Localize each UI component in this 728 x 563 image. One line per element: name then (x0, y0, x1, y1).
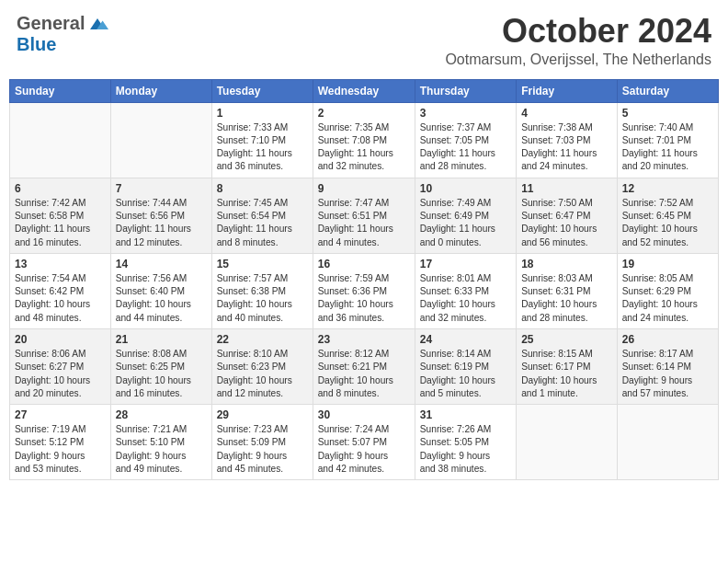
calendar-day-cell: 21Sunrise: 8:08 AM Sunset: 6:25 PM Dayli… (110, 328, 211, 404)
calendar-day-cell (617, 405, 718, 480)
calendar-day-cell: 20Sunrise: 8:06 AM Sunset: 6:27 PM Dayli… (10, 328, 111, 404)
calendar-week-row: 13Sunrise: 7:54 AM Sunset: 6:42 PM Dayli… (10, 253, 719, 328)
day-number: 1 (217, 107, 308, 120)
day-number: 18 (521, 258, 612, 270)
logo: General Blue (17, 13, 108, 55)
day-info: Sunrise: 7:19 AM Sunset: 5:12 PM Dayligh… (15, 423, 106, 476)
calendar-week-row: 1Sunrise: 7:33 AM Sunset: 7:10 PM Daylig… (10, 102, 719, 178)
calendar-day-cell: 26Sunrise: 8:17 AM Sunset: 6:14 PM Dayli… (617, 328, 718, 404)
day-number: 2 (318, 107, 410, 120)
calendar-day-cell: 22Sunrise: 8:10 AM Sunset: 6:23 PM Dayli… (211, 328, 313, 404)
day-info: Sunrise: 7:24 AM Sunset: 5:07 PM Dayligh… (318, 423, 410, 476)
month-title: October 2024 (445, 13, 711, 50)
calendar-day-cell: 12Sunrise: 7:52 AM Sunset: 6:45 PM Dayli… (617, 178, 718, 253)
day-number: 24 (420, 333, 511, 346)
day-number: 30 (318, 408, 410, 421)
day-number: 9 (318, 182, 410, 195)
calendar-day-cell: 17Sunrise: 8:01 AM Sunset: 6:33 PM Dayli… (415, 253, 516, 328)
day-number: 22 (217, 333, 308, 346)
calendar-day-cell: 10Sunrise: 7:49 AM Sunset: 6:49 PM Dayli… (415, 178, 516, 253)
day-info: Sunrise: 8:05 AM Sunset: 6:29 PM Dayligh… (622, 272, 713, 325)
day-number: 21 (116, 333, 207, 346)
day-number: 14 (116, 258, 207, 270)
day-number: 5 (622, 107, 713, 120)
day-info: Sunrise: 7:59 AM Sunset: 6:36 PM Dayligh… (318, 272, 410, 325)
day-number: 8 (217, 182, 308, 195)
day-header-friday: Friday (517, 79, 618, 102)
day-info: Sunrise: 8:06 AM Sunset: 6:27 PM Dayligh… (15, 348, 106, 400)
day-number: 4 (521, 107, 612, 120)
page-header: General Blue October 2024 Ootmarsum, Ove… (9, 9, 719, 72)
day-info: Sunrise: 8:15 AM Sunset: 6:17 PM Dayligh… (521, 348, 612, 400)
calendar-table: SundayMondayTuesdayWednesdayThursdayFrid… (9, 79, 719, 481)
day-info: Sunrise: 8:17 AM Sunset: 6:14 PM Dayligh… (622, 348, 713, 400)
day-info: Sunrise: 7:21 AM Sunset: 5:10 PM Dayligh… (116, 423, 207, 476)
calendar-day-cell: 7Sunrise: 7:44 AM Sunset: 6:56 PM Daylig… (110, 178, 211, 253)
logo-general: General (17, 13, 85, 34)
day-number: 29 (217, 408, 308, 421)
calendar-day-cell: 2Sunrise: 7:35 AM Sunset: 7:08 PM Daylig… (313, 102, 415, 178)
day-info: Sunrise: 7:35 AM Sunset: 7:08 PM Dayligh… (318, 121, 410, 174)
day-info: Sunrise: 7:50 AM Sunset: 6:47 PM Dayligh… (521, 197, 612, 249)
day-info: Sunrise: 7:23 AM Sunset: 5:09 PM Dayligh… (217, 423, 308, 476)
calendar-week-row: 20Sunrise: 8:06 AM Sunset: 6:27 PM Dayli… (10, 328, 719, 404)
calendar-day-cell (10, 102, 111, 178)
title-area: October 2024 Ootmarsum, Overijssel, The … (445, 13, 711, 68)
day-number: 26 (622, 333, 713, 346)
day-header-sunday: Sunday (10, 79, 111, 102)
day-number: 11 (521, 182, 612, 195)
logo-icon (86, 15, 108, 33)
calendar-day-cell: 29Sunrise: 7:23 AM Sunset: 5:09 PM Dayli… (211, 405, 313, 480)
day-number: 28 (116, 408, 207, 421)
day-info: Sunrise: 7:33 AM Sunset: 7:10 PM Dayligh… (217, 121, 308, 174)
day-number: 17 (420, 258, 511, 270)
calendar-day-cell (110, 102, 211, 178)
calendar-day-cell: 11Sunrise: 7:50 AM Sunset: 6:47 PM Dayli… (517, 178, 618, 253)
day-number: 13 (15, 258, 106, 270)
calendar-day-cell: 16Sunrise: 7:59 AM Sunset: 6:36 PM Dayli… (313, 253, 415, 328)
day-info: Sunrise: 7:49 AM Sunset: 6:49 PM Dayligh… (420, 197, 511, 249)
day-header-thursday: Thursday (415, 79, 516, 102)
day-info: Sunrise: 8:01 AM Sunset: 6:33 PM Dayligh… (420, 272, 511, 325)
day-number: 25 (521, 333, 612, 346)
calendar-day-cell: 25Sunrise: 8:15 AM Sunset: 6:17 PM Dayli… (517, 328, 618, 404)
day-info: Sunrise: 7:52 AM Sunset: 6:45 PM Dayligh… (622, 197, 713, 249)
day-info: Sunrise: 8:12 AM Sunset: 6:21 PM Dayligh… (318, 348, 410, 400)
day-info: Sunrise: 7:40 AM Sunset: 7:01 PM Dayligh… (622, 121, 713, 174)
day-info: Sunrise: 7:38 AM Sunset: 7:03 PM Dayligh… (521, 121, 612, 174)
day-header-wednesday: Wednesday (313, 79, 415, 102)
calendar-week-row: 27Sunrise: 7:19 AM Sunset: 5:12 PM Dayli… (10, 405, 719, 480)
calendar-day-cell: 3Sunrise: 7:37 AM Sunset: 7:05 PM Daylig… (415, 102, 516, 178)
day-info: Sunrise: 7:47 AM Sunset: 6:51 PM Dayligh… (318, 197, 410, 249)
day-info: Sunrise: 8:03 AM Sunset: 6:31 PM Dayligh… (521, 272, 612, 325)
calendar-day-cell: 23Sunrise: 8:12 AM Sunset: 6:21 PM Dayli… (313, 328, 415, 404)
day-info: Sunrise: 7:37 AM Sunset: 7:05 PM Dayligh… (420, 121, 511, 174)
day-info: Sunrise: 7:56 AM Sunset: 6:40 PM Dayligh… (116, 272, 207, 325)
calendar-week-row: 6Sunrise: 7:42 AM Sunset: 6:58 PM Daylig… (10, 178, 719, 253)
day-number: 27 (15, 408, 106, 421)
day-info: Sunrise: 7:42 AM Sunset: 6:58 PM Dayligh… (15, 197, 106, 249)
day-info: Sunrise: 7:45 AM Sunset: 6:54 PM Dayligh… (217, 197, 308, 249)
day-number: 6 (15, 182, 106, 195)
calendar-day-cell: 24Sunrise: 8:14 AM Sunset: 6:19 PM Dayli… (415, 328, 516, 404)
day-header-tuesday: Tuesday (211, 79, 313, 102)
day-number: 3 (420, 107, 511, 120)
calendar-day-cell: 19Sunrise: 8:05 AM Sunset: 6:29 PM Dayli… (617, 253, 718, 328)
calendar-day-cell: 4Sunrise: 7:38 AM Sunset: 7:03 PM Daylig… (517, 102, 618, 178)
calendar-day-cell (517, 405, 618, 480)
day-number: 31 (420, 408, 511, 421)
logo-blue: Blue (17, 34, 56, 55)
day-header-monday: Monday (110, 79, 211, 102)
day-number: 12 (622, 182, 713, 195)
location: Ootmarsum, Overijssel, The Netherlands (445, 52, 711, 68)
calendar-day-cell: 1Sunrise: 7:33 AM Sunset: 7:10 PM Daylig… (211, 102, 313, 178)
day-info: Sunrise: 8:14 AM Sunset: 6:19 PM Dayligh… (420, 348, 511, 400)
calendar-day-cell: 8Sunrise: 7:45 AM Sunset: 6:54 PM Daylig… (211, 178, 313, 253)
day-number: 23 (318, 333, 410, 346)
calendar-day-cell: 14Sunrise: 7:56 AM Sunset: 6:40 PM Dayli… (110, 253, 211, 328)
day-number: 16 (318, 258, 410, 270)
day-number: 20 (15, 333, 106, 346)
day-header-saturday: Saturday (617, 79, 718, 102)
day-info: Sunrise: 7:54 AM Sunset: 6:42 PM Dayligh… (15, 272, 106, 325)
day-info: Sunrise: 8:10 AM Sunset: 6:23 PM Dayligh… (217, 348, 308, 400)
